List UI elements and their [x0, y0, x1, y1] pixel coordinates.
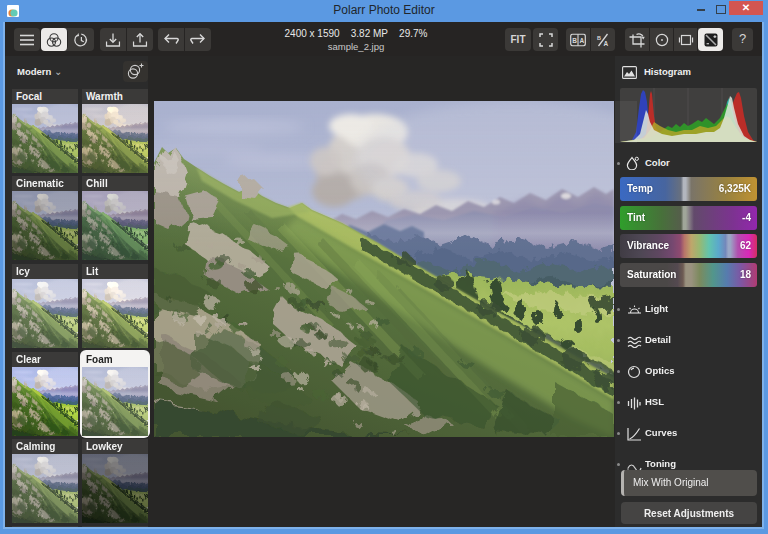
svg-text:B: B: [572, 36, 577, 43]
svg-text:B: B: [597, 35, 601, 41]
svg-text:A: A: [604, 40, 609, 47]
svg-text:A: A: [580, 36, 585, 43]
